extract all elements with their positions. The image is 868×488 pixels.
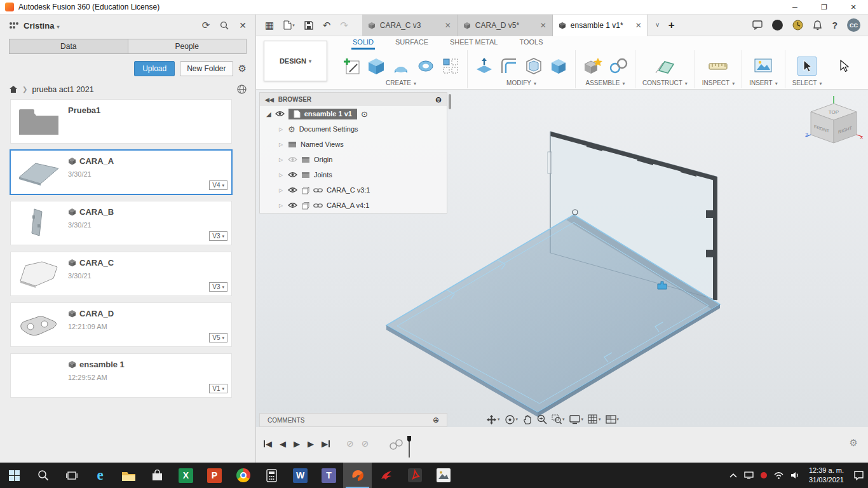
file-card-cara-c[interactable]: CARA_C 3/30/21 V3	[10, 252, 232, 296]
file-card-cara-a[interactable]: CARA_A 3/30/21 V4	[10, 150, 232, 194]
close-tab-icon[interactable]: ✕	[540, 21, 546, 30]
expand-icon[interactable]: ▷	[279, 142, 284, 147]
group-label-modify[interactable]: MODIFY	[506, 79, 536, 86]
notifications-bell-icon[interactable]	[813, 20, 822, 30]
tray-security-icon[interactable]	[761, 472, 767, 478]
panel-settings-gear-icon[interactable]: ⚙	[238, 63, 247, 74]
tree-row-joints[interactable]: ▷ Joints	[260, 167, 447, 182]
file-menu-icon[interactable]: ▾	[283, 20, 295, 30]
tree-row-named-views[interactable]: ▷ Named Views	[260, 137, 447, 152]
timeline-settings-gear-icon[interactable]: ⚙	[850, 437, 858, 449]
timeline-step-back-button[interactable]: ◀	[280, 439, 286, 449]
pan-icon[interactable]: ▾	[486, 414, 500, 425]
close-panel-icon[interactable]: ✕	[239, 20, 247, 30]
root-selected-pill[interactable]: ensamble 1 v1	[288, 109, 357, 119]
group-label-create[interactable]: CREATE	[386, 79, 416, 86]
measure-icon[interactable]	[707, 57, 729, 76]
hub-selector[interactable]: Cristina	[24, 21, 59, 30]
insert-canvas-icon[interactable]	[754, 57, 773, 75]
orbit-icon[interactable]: ▾	[505, 414, 519, 425]
taskbar-file-explorer-icon[interactable]	[114, 463, 143, 488]
combine-icon[interactable]	[549, 57, 568, 76]
tray-network-icon[interactable]	[774, 471, 783, 479]
timeline-play-button[interactable]: ▶	[294, 439, 300, 449]
hidden-icons-chevron[interactable]	[729, 473, 737, 478]
tree-row-cara-c[interactable]: ▷ CARA_C v3:1	[260, 182, 447, 198]
model-joint-origin[interactable]	[573, 210, 578, 215]
folder-item-prueba1[interactable]: Prueba1	[10, 99, 232, 144]
new-folder-button[interactable]: New Folder	[180, 61, 233, 76]
file-card-cara-b[interactable]: CARA_B 3/30/21 V3	[10, 201, 232, 245]
version-badge[interactable]: V3	[209, 282, 227, 292]
construct-plane-icon[interactable]	[654, 57, 675, 76]
joint-icon[interactable]	[609, 57, 628, 76]
version-badge[interactable]: V1	[209, 384, 227, 393]
visibility-eye-icon[interactable]	[288, 187, 297, 193]
tab-data[interactable]: Data	[9, 39, 128, 54]
minimize-button[interactable]: ─	[780, 0, 810, 15]
account-avatar[interactable]: CC	[847, 18, 860, 32]
extensions-icon[interactable]	[772, 20, 783, 30]
workspace-selector[interactable]: DESIGN	[264, 41, 327, 81]
activate-component-icon[interactable]: ⊙	[361, 109, 368, 119]
group-label-insert[interactable]: INSERT	[749, 79, 778, 86]
upload-button[interactable]: Upload	[134, 61, 175, 76]
tab-surface[interactable]: SURFACE	[394, 36, 430, 50]
doc-tab-cara-c[interactable]: CARA_C v3 ✕	[362, 15, 458, 36]
view-cube[interactable]: TOP FRONT RIGHT Z X	[802, 95, 865, 155]
expand-icon[interactable]: ▷	[279, 157, 284, 163]
expand-icon[interactable]: ▷	[279, 203, 284, 208]
taskbar-photos-icon[interactable]	[429, 463, 458, 488]
expand-icon[interactable]: ▷	[279, 172, 284, 178]
zoom-window-icon[interactable]: ▾	[552, 414, 565, 424]
viewports-icon[interactable]: ▾	[606, 415, 620, 424]
task-view-button[interactable]	[57, 463, 86, 488]
maximize-button[interactable]: ❐	[810, 0, 839, 15]
close-tab-icon[interactable]: ✕	[445, 21, 451, 30]
version-badge[interactable]: V4	[209, 180, 227, 190]
data-panel-toggle-icon[interactable]: ▦	[265, 20, 274, 31]
tab-tools[interactable]: TOOLS	[518, 36, 544, 50]
visibility-eye-icon[interactable]	[275, 111, 285, 117]
tree-row-document-settings[interactable]: ▷ ⚙ Document Settings	[260, 121, 447, 137]
grid-snap-icon[interactable]: ▾	[588, 414, 601, 424]
doc-tab-ensamble-1[interactable]: ensamble 1 v1* ✕	[553, 15, 648, 36]
taskbar-calculator-icon[interactable]	[257, 463, 286, 488]
redo-icon[interactable]: ↷	[340, 20, 348, 31]
press-pull-icon[interactable]	[475, 57, 494, 76]
tree-row-cara-a[interactable]: ▷ CARA_A v4:1	[260, 198, 447, 213]
visibility-eye-icon[interactable]	[288, 202, 297, 208]
version-badge[interactable]: V3	[209, 231, 227, 241]
taskbar-edge-icon[interactable]: e	[86, 463, 114, 488]
tab-people[interactable]: People	[128, 39, 247, 54]
shell-icon[interactable]	[524, 57, 543, 76]
doc-tab-cara-d[interactable]: CARA_D v5* ✕	[458, 15, 553, 36]
comments-bar[interactable]: COMMENTS ⊕	[259, 413, 447, 427]
save-icon[interactable]	[304, 21, 313, 30]
tray-volume-icon[interactable]	[790, 471, 799, 479]
taskbar-fusion360-icon[interactable]	[343, 463, 372, 488]
tab-sheet-metal[interactable]: SHEET METAL	[449, 36, 499, 50]
select-tool-active-box[interactable]	[797, 57, 817, 76]
comment-icon[interactable]	[752, 20, 763, 30]
globe-icon[interactable]	[237, 85, 247, 94]
search-icon[interactable]	[220, 21, 229, 30]
group-label-construct[interactable]: CONSTRUCT	[642, 79, 688, 86]
tab-list-chevron-icon[interactable]: ˅	[656, 22, 660, 29]
home-icon[interactable]	[9, 85, 18, 93]
expand-root-icon[interactable]: ◢	[266, 111, 271, 118]
create-sketch-icon[interactable]	[342, 57, 361, 76]
clock-icon[interactable]	[792, 20, 803, 30]
viewport[interactable]: TOP FRONT RIGHT Z X ◀◀ BROWSER ⊖ ◢ ensam…	[256, 90, 868, 427]
timeline-step-forward-button[interactable]: ▶	[308, 439, 314, 449]
taskbar-excel-icon[interactable]: X	[172, 463, 200, 488]
tab-solid[interactable]: SOLID	[351, 36, 375, 50]
taskbar-powerpoint-icon[interactable]: P	[200, 463, 229, 488]
expand-icon[interactable]: ▷	[279, 126, 284, 132]
collapse-browser-icon[interactable]: ◀◀	[265, 97, 274, 103]
visibility-eye-icon[interactable]	[288, 172, 297, 178]
fillet-icon[interactable]	[499, 57, 519, 76]
tray-display-icon[interactable]	[744, 471, 754, 479]
start-button[interactable]	[0, 463, 29, 488]
timeline-skip-end-button[interactable]: ▶	[322, 439, 330, 449]
